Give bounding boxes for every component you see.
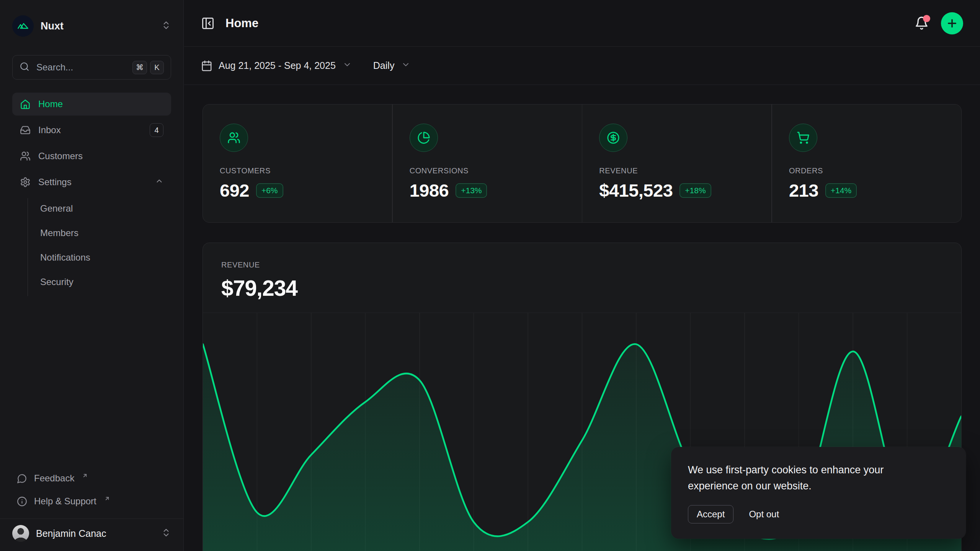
info-circle-icon — [17, 496, 27, 507]
cookie-message: We use first-party cookies to enhance yo… — [688, 462, 937, 494]
stat-card-orders[interactable]: ORDERS 213 +14% — [772, 104, 961, 222]
stats-grid: CUSTOMERS 692 +6% CONVERSIONS 1986 +13% — [203, 104, 962, 223]
sidebar-item-label: Inbox — [38, 125, 61, 135]
sidebar-item-label: Home — [38, 99, 63, 109]
kbd-k: K — [150, 61, 164, 74]
sidebar-item-label: Customers — [38, 151, 83, 161]
workspace-switcher[interactable]: Nuxt — [12, 14, 171, 38]
sidebar-item-customers[interactable]: Customers — [12, 145, 171, 168]
stat-label: ORDERS — [789, 166, 944, 175]
collapse-sidebar-button[interactable] — [201, 16, 215, 30]
date-range-value: Aug 21, 2025 - Sep 4, 2025 — [219, 60, 336, 71]
filters-toolbar: Aug 21, 2025 - Sep 4, 2025 Daily — [184, 47, 980, 85]
notifications-button[interactable] — [915, 16, 929, 30]
stat-value: 213 — [789, 180, 818, 201]
inbox-count-badge: 4 — [150, 123, 163, 137]
search-icon — [20, 62, 29, 73]
users-icon — [20, 151, 31, 161]
stat-delta-badge: +18% — [679, 183, 711, 198]
stat-card-customers[interactable]: CUSTOMERS 692 +6% — [203, 104, 392, 222]
search-input[interactable]: Search... ⌘ K — [12, 55, 171, 80]
search-placeholder: Search... — [36, 62, 73, 73]
chevron-up-down-icon — [161, 528, 171, 539]
stat-delta-badge: +6% — [256, 183, 283, 198]
gear-icon — [20, 177, 31, 187]
pie-chart-icon — [410, 124, 438, 152]
revenue-chart-label: REVENUE — [221, 261, 943, 269]
chevron-up-icon — [155, 177, 163, 187]
user-menu[interactable]: Benjamin Canac — [0, 518, 183, 551]
stat-value: 692 — [220, 180, 249, 201]
plus-icon — [946, 17, 958, 29]
footer-item-label: Feedback — [34, 473, 74, 484]
kbd-cmd: ⌘ — [132, 61, 147, 74]
sidebar-spacer — [12, 296, 171, 468]
sidebar-item-members[interactable]: Members — [40, 223, 171, 243]
app-root: Nuxt Search... ⌘ K Home Inbox 4 — [0, 0, 980, 551]
sidebar-item-general[interactable]: General — [40, 198, 171, 219]
chat-bubble-icon — [17, 473, 27, 484]
shopping-cart-icon — [789, 124, 817, 152]
accept-button[interactable]: Accept — [688, 505, 733, 523]
workspace-name: Nuxt — [41, 20, 64, 32]
settings-subnav: General Members Notifications Security — [28, 198, 171, 296]
opt-out-button[interactable]: Opt out — [749, 509, 779, 520]
sidebar-item-help-support[interactable]: Help & Support — [12, 491, 171, 512]
cookie-actions: Accept Opt out — [688, 505, 949, 523]
nuxt-logo-icon — [12, 15, 34, 37]
search-shortcut: ⌘ K — [132, 61, 164, 74]
dollar-circle-icon — [599, 124, 627, 152]
sidebar-nav: Home Inbox 4 Customers Settings General — [12, 93, 171, 296]
stat-delta-badge: +14% — [825, 183, 857, 198]
sidebar-item-home[interactable]: Home — [12, 93, 171, 116]
calendar-icon — [201, 60, 212, 72]
granularity-value: Daily — [373, 60, 395, 71]
chevron-up-down-icon — [161, 20, 171, 32]
revenue-chart-header: REVENUE $79,234 — [203, 243, 961, 313]
external-link-icon — [82, 470, 88, 481]
footer-item-label: Help & Support — [34, 496, 96, 507]
stat-value: 1986 — [410, 180, 449, 201]
sidebar-item-inbox[interactable]: Inbox 4 — [12, 119, 171, 142]
panel-left-close-icon — [201, 16, 215, 30]
stat-value: $415,523 — [599, 180, 673, 201]
avatar — [12, 525, 29, 542]
stat-card-conversions[interactable]: CONVERSIONS 1986 +13% — [393, 104, 582, 222]
sidebar-item-feedback[interactable]: Feedback — [12, 468, 171, 489]
chevron-down-icon — [401, 60, 410, 72]
sidebar-item-settings[interactable]: Settings — [12, 171, 171, 194]
sidebar: Nuxt Search... ⌘ K Home Inbox 4 — [0, 0, 184, 551]
sidebar-item-label: Settings — [38, 177, 72, 187]
user-name: Benjamin Canac — [36, 528, 106, 539]
home-icon — [20, 99, 31, 109]
page-title: Home — [225, 16, 258, 30]
date-range-picker[interactable]: Aug 21, 2025 - Sep 4, 2025 — [201, 60, 352, 72]
revenue-chart-total: $79,234 — [221, 276, 943, 301]
sidebar-item-notifications[interactable]: Notifications — [40, 247, 171, 268]
stat-label: CUSTOMERS — [220, 166, 375, 175]
stat-label: CONVERSIONS — [410, 166, 565, 175]
notification-dot — [923, 15, 930, 22]
sidebar-item-security[interactable]: Security — [40, 272, 171, 292]
users-icon — [220, 124, 248, 152]
external-link-icon — [104, 493, 110, 504]
chevron-down-icon — [343, 60, 352, 72]
add-button[interactable] — [941, 12, 963, 34]
stat-card-revenue[interactable]: REVENUE $415,523 +18% — [582, 104, 771, 222]
stat-label: REVENUE — [599, 166, 755, 175]
stat-delta-badge: +13% — [456, 183, 487, 198]
page-header: Home — [184, 0, 980, 47]
cookie-banner: We use first-party cookies to enhance yo… — [671, 447, 966, 539]
header-actions — [915, 12, 963, 34]
inbox-icon — [20, 125, 31, 135]
granularity-select[interactable]: Daily — [373, 60, 411, 72]
